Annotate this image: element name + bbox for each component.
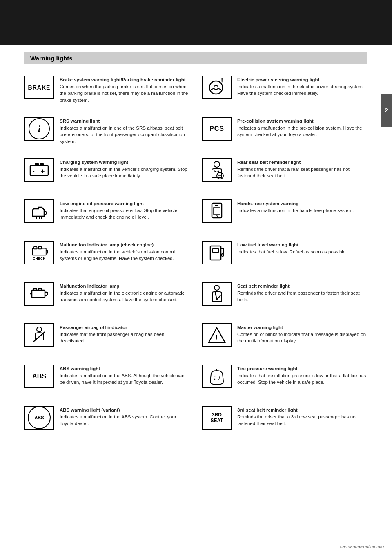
content-area: BRAKE Brake system warning light/Parking…: [24, 72, 368, 444]
steering-description: Electric power steering warning light In…: [237, 76, 368, 97]
list-item: Hands-free system warning Indicates a ma…: [202, 196, 368, 235]
svg-text:!: !: [215, 334, 218, 342]
svg-point-21: [37, 327, 42, 332]
section-header: Warning lights: [24, 52, 368, 64]
fuel-description: Low fuel level warning light Indicates t…: [237, 241, 368, 255]
svg-point-29: [214, 161, 220, 167]
brake-icon: BRAKE: [24, 76, 54, 99]
list-item: Low engine oil pressure warning light In…: [24, 196, 190, 235]
svg-rect-1: [35, 163, 38, 166]
svg-point-24: [214, 85, 218, 90]
oil-description: Low engine oil pressure warning light In…: [60, 199, 190, 221]
check-description: Malfunction indicator lamp (check engine…: [60, 241, 190, 262]
abs-description: ABS warning light Indicates a malfunctio…: [60, 365, 190, 386]
seatbelt-icon: [202, 282, 232, 306]
list-item: ( ! ) Tire pressure warning light Indica…: [202, 361, 368, 400]
battery-description: Charging system warning light Indicates …: [60, 158, 190, 179]
list-item: - + Charging system warning light Indica…: [24, 155, 190, 194]
list-item: ABS ABS warning light (variant) Indicate…: [24, 403, 190, 441]
svg-text:!: !: [221, 78, 223, 85]
passenger-airbag-icon: [24, 323, 54, 347]
phone-icon: [202, 199, 232, 223]
page: Warning lights 2 BRAKE Brake system warn…: [0, 0, 392, 555]
list-item: i SRS warning light Indicates a malfunct…: [24, 114, 190, 152]
svg-line-26: [211, 88, 214, 90]
svg-text:!: !: [215, 376, 216, 380]
engine-description: Malfunction indicator lamp Indicates a m…: [60, 282, 190, 303]
list-item: ! Electric power steering warning light …: [202, 72, 368, 111]
pcs-icon: PCS: [202, 117, 232, 141]
section-title: Warning lights: [30, 55, 73, 62]
watermark: carmanualsonline.info: [340, 544, 384, 549]
top-bar: [0, 0, 392, 45]
right-column: ! Electric power steering warning light …: [202, 72, 368, 444]
third-seat-icon: 3RDSEAT: [202, 406, 232, 430]
pcs-description: Pre-collision system warning light Indic…: [237, 117, 368, 138]
list-item: ABS ABS warning light Indicates a malfun…: [24, 361, 190, 400]
srs-description: SRS warning light Indicates a malfunctio…: [60, 117, 190, 145]
check-engine-icon: CHECK: [24, 241, 54, 264]
svg-point-39: [214, 285, 219, 290]
left-column: BRAKE Brake system warning light/Parking…: [24, 72, 190, 444]
list-item: Seat belt reminder light Reminds the dri…: [202, 279, 368, 318]
svg-rect-9: [34, 246, 37, 249]
list-item: Rear seat belt reminder light Reminds th…: [202, 155, 368, 194]
list-item: BRAKE Brake system warning light/Parking…: [24, 72, 190, 111]
steering-warning-icon: !: [202, 76, 232, 99]
list-item: ! Master warning light Comes on or blink…: [202, 320, 368, 359]
svg-point-35: [216, 216, 218, 217]
list-item: Malfunction indicator lamp Indicates a m…: [24, 279, 190, 318]
list-item: CHECK Malfunction indicator lamp (check …: [24, 237, 190, 276]
engine-icon: [24, 282, 54, 306]
fuel-icon: [202, 241, 232, 264]
svg-line-27: [218, 88, 221, 90]
svg-text:-: -: [33, 168, 35, 174]
svg-rect-37: [213, 248, 218, 253]
side-tab-number: 2: [381, 94, 392, 127]
srs-icon: i: [24, 117, 54, 141]
tire-pressure-icon: ( ! ): [202, 365, 232, 388]
rear-seatbelt-icon: [202, 158, 232, 182]
rear-seatbelt-description: Rear seat belt reminder light Reminds th…: [237, 158, 368, 179]
svg-rect-2: [40, 163, 43, 166]
passenger-airbag-description: Passenger airbag off indicator Indicates…: [60, 323, 190, 345]
third-seat-description: 3rd seat belt reminder light Reminds the…: [237, 406, 368, 427]
brake-description: Brake system warning light/Parking brake…: [60, 76, 190, 104]
svg-text:): ): [218, 375, 220, 380]
warning-general-description: Master warning light Comes on or blinks …: [237, 323, 368, 345]
list-item: Passenger airbag off indicator Indicates…: [24, 320, 190, 359]
svg-rect-10: [38, 246, 41, 249]
list-item: 3RDSEAT 3rd seat belt reminder light Rem…: [202, 403, 368, 441]
svg-rect-34: [214, 207, 220, 215]
phone-description: Hands-free system warning Indicates a ma…: [237, 199, 368, 214]
tire-pressure-description: Tire pressure warning light Indicates th…: [237, 365, 368, 386]
abs-circle-icon: ABS: [24, 406, 54, 430]
seatbelt-description: Seat belt reminder light Reminds the dri…: [237, 282, 368, 303]
oil-icon: [24, 199, 54, 223]
list-item: Low fuel level warning light Indicates t…: [202, 237, 368, 276]
battery-icon: - +: [24, 158, 54, 182]
svg-text:+: +: [41, 168, 45, 175]
abs-icon: ABS: [24, 365, 54, 388]
list-item: PCS Pre-collision system warning light I…: [202, 114, 368, 152]
warning-general-icon: !: [202, 323, 232, 347]
abs-circle-description: ABS warning light (variant) Indicates a …: [60, 406, 190, 427]
